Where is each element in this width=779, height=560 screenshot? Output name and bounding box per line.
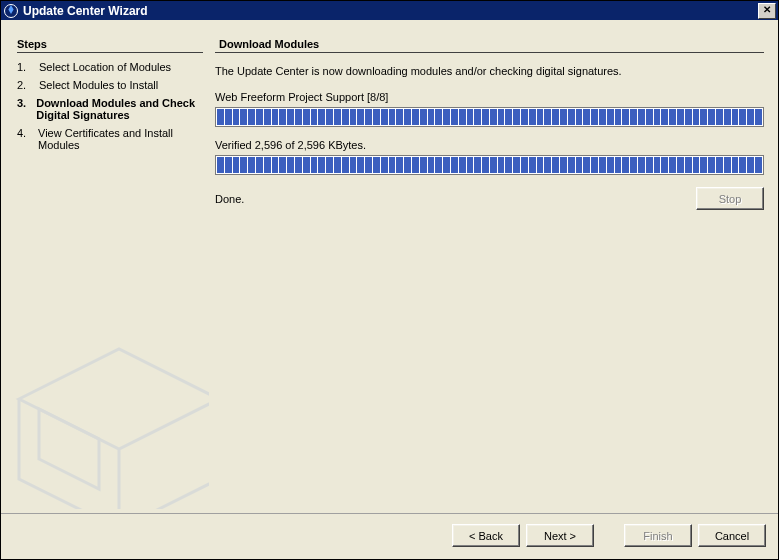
description-text: The Update Center is now downloading mod… <box>215 65 764 77</box>
step-label: Select Location of Modules <box>39 61 171 73</box>
steps-sidebar: Steps 1. Select Location of Modules 2. S… <box>9 28 209 509</box>
window-title: Update Center Wizard <box>23 4 758 18</box>
step-2: 2. Select Modules to Install <box>17 79 203 91</box>
steps-divider <box>17 52 203 53</box>
watermark-icon <box>9 279 209 509</box>
finish-button: Finish <box>624 524 692 547</box>
progress1-bar <box>215 107 764 127</box>
step-label: Download Modules and Check Digital Signa… <box>36 97 203 121</box>
step-label: View Certificates and Install Modules <box>38 127 203 151</box>
titlebar: Update Center Wizard ✕ <box>1 1 778 20</box>
progress2-label: Verified 2,596 of 2,596 KBytes. <box>215 139 764 151</box>
footer-buttons: < Back Next > Finish Cancel <box>1 513 778 559</box>
steps-list: 1. Select Location of Modules 2. Select … <box>17 61 203 151</box>
step-number: 2. <box>17 79 29 91</box>
app-icon <box>3 3 19 19</box>
progress2-bar <box>215 155 764 175</box>
step-1: 1. Select Location of Modules <box>17 61 203 73</box>
step-number: 4. <box>17 127 28 139</box>
step-4: 4. View Certificates and Install Modules <box>17 127 203 151</box>
steps-heading: Steps <box>17 38 203 50</box>
back-button[interactable]: < Back <box>452 524 520 547</box>
next-button[interactable]: Next > <box>526 524 594 547</box>
step-number: 3. <box>17 97 26 109</box>
cancel-button[interactable]: Cancel <box>698 524 766 547</box>
status-text: Done. <box>215 193 244 205</box>
stop-button: Stop <box>696 187 764 210</box>
close-icon[interactable]: ✕ <box>758 3 776 19</box>
main-heading: Download Modules <box>219 38 764 50</box>
progress1-label: Web Freeform Project Support [8/8] <box>215 91 764 103</box>
main-panel: Download Modules The Update Center is no… <box>209 28 770 509</box>
main-divider <box>215 52 764 53</box>
wizard-window: Update Center Wizard ✕ Steps 1. Select L… <box>0 0 779 560</box>
step-3: 3. Download Modules and Check Digital Si… <box>17 97 203 121</box>
step-label: Select Modules to Install <box>39 79 158 91</box>
step-number: 1. <box>17 61 29 73</box>
